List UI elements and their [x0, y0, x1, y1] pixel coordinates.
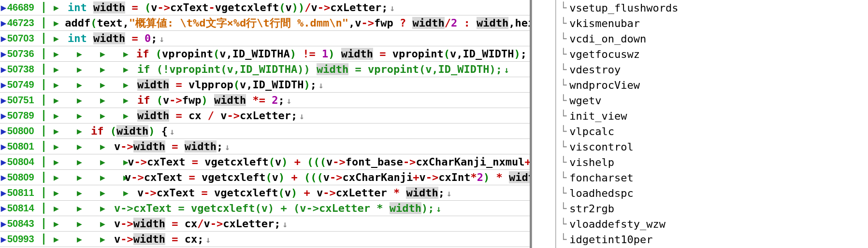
- fold-icon[interactable]: ▶: [68, 127, 91, 135]
- code-text[interactable]: int width = (v->cxText-vgetcxleft(v))/v-…: [68, 1, 395, 14]
- fold-icon[interactable]: ▶: [114, 50, 137, 58]
- fold-icon[interactable]: ▶: [44, 143, 68, 151]
- line-number-gutter[interactable]: ▶46723: [0, 17, 44, 28]
- line-number-gutter[interactable]: ▶50814: [0, 203, 44, 214]
- fold-icon[interactable]: ▶: [114, 81, 137, 89]
- expand-icon[interactable]: ▶: [1, 127, 6, 135]
- fold-icon[interactable]: ▶: [68, 96, 91, 104]
- expand-icon[interactable]: ▶: [1, 19, 6, 27]
- code-row[interactable]: ▶50809▶▶▶▶v->cxText = vgetcxleft(v) + ((…: [0, 170, 530, 185]
- code-text[interactable]: if (v->fwp) width *= 2;↓: [137, 94, 292, 106]
- fold-icon[interactable]: ▶: [44, 4, 68, 12]
- code-text[interactable]: width = vlpprop(v,ID_WIDTH);↓: [137, 79, 324, 91]
- fold-icon[interactable]: ▶: [91, 174, 114, 181]
- expand-icon[interactable]: ▶: [1, 174, 6, 181]
- code-row[interactable]: ▶50800▶▶if (width) {↓: [0, 124, 530, 139]
- line-number-gutter[interactable]: ▶50751: [0, 95, 44, 106]
- line-number-gutter[interactable]: ▶50804: [0, 156, 44, 167]
- fold-icon[interactable]: ▶: [68, 66, 91, 73]
- code-row[interactable]: ▶50749▶▶▶▶width = vlpprop(v,ID_WIDTH);↓: [0, 77, 530, 93]
- code-text[interactable]: if (width) {↓: [91, 125, 175, 137]
- fold-icon[interactable]: ▶: [68, 112, 91, 120]
- expand-icon[interactable]: ▶: [1, 220, 6, 228]
- code-row[interactable]: ▶50811▶▶▶▶v->cxText = vgetcxleft(v) + v-…: [0, 185, 530, 201]
- symbol-item[interactable]: └vloaddefsty_wzw: [556, 216, 868, 232]
- code-row[interactable]: ▶50751▶▶▶▶if (v->fwp) width *= 2;↓: [0, 93, 530, 108]
- expand-icon[interactable]: ▶: [1, 143, 6, 151]
- panel-divider[interactable]: [532, 0, 556, 248]
- symbol-item[interactable]: └viscontrol: [556, 139, 868, 154]
- expand-icon[interactable]: ▶: [1, 205, 6, 212]
- fold-icon[interactable]: ▶: [68, 158, 91, 166]
- symbol-item[interactable]: └loadhedspc: [556, 185, 868, 201]
- expand-icon[interactable]: ▶: [1, 66, 6, 73]
- expand-icon[interactable]: ▶: [1, 112, 6, 120]
- fold-icon[interactable]: ▶: [91, 81, 114, 89]
- line-number-gutter[interactable]: ▶50703: [0, 33, 44, 44]
- code-text[interactable]: addf(text,"概算値: \t%d文字×%d行\t行間 %.dmm\n",…: [65, 16, 530, 30]
- fold-icon[interactable]: ▶: [68, 50, 91, 58]
- expand-icon[interactable]: ▶: [1, 96, 6, 104]
- line-number-gutter[interactable]: ▶50843: [0, 218, 44, 229]
- code-row[interactable]: ▶50703▶int width = 0;↓: [0, 31, 530, 46]
- code-text[interactable]: if (!vpropint(v,ID_WIDTHA)) width = vpro…: [137, 63, 509, 75]
- fold-icon[interactable]: ▶: [114, 96, 137, 104]
- line-number-gutter[interactable]: ▶50801: [0, 141, 44, 152]
- code-text[interactable]: v->width = cx/v->cxLetter;↓: [114, 218, 288, 230]
- fold-icon[interactable]: ▶: [114, 66, 137, 73]
- expand-icon[interactable]: ▶: [1, 235, 6, 243]
- code-row[interactable]: ▶46723▶addf(text,"概算値: \t%d文字×%d行\t行間 %.…: [0, 15, 530, 31]
- code-row[interactable]: ▶50814▶▶▶v->cxText = vgetcxleft(v) + (v-…: [0, 201, 530, 216]
- symbol-item[interactable]: └vcdi_on_down: [556, 31, 868, 46]
- fold-icon[interactable]: ▶: [44, 50, 68, 58]
- code-row[interactable]: ▶50789▶▶▶▶width = cx / v->cxLetter;↓: [0, 108, 530, 124]
- code-row[interactable]: ▶50843▶▶▶v->width = cx/v->cxLetter;↓: [0, 216, 530, 232]
- line-number-gutter[interactable]: ▶50800: [0, 125, 44, 137]
- fold-icon[interactable]: ▶: [44, 235, 68, 243]
- code-text[interactable]: int width = 0;↓: [68, 32, 164, 44]
- code-row[interactable]: ▶50993▶▶▶v->width = cx;↓: [0, 232, 530, 247]
- fold-icon[interactable]: ▶: [91, 189, 114, 197]
- code-text[interactable]: width = cx / v->cxLetter;↓: [137, 110, 304, 122]
- symbol-item[interactable]: └vlpcalc: [556, 124, 868, 139]
- fold-icon[interactable]: ▶: [44, 189, 68, 197]
- fold-icon[interactable]: ▶: [44, 127, 68, 135]
- fold-icon[interactable]: ▶: [114, 112, 137, 120]
- code-text[interactable]: v->cxText = vgetcxleft(v) + (((v->cxChar…: [125, 171, 530, 183]
- fold-icon[interactable]: ▶: [91, 112, 114, 120]
- fold-icon[interactable]: ▶: [68, 235, 91, 243]
- fold-icon[interactable]: ▶: [44, 96, 68, 104]
- code-row[interactable]: ▶50736▶▶▶▶if (vpropint(v,ID_WIDTHA) != 1…: [0, 46, 530, 62]
- fold-icon[interactable]: ▶: [44, 174, 68, 181]
- code-text[interactable]: v->cxText = vgetcxleft(v) + v->cxLetter …: [137, 187, 452, 199]
- code-row[interactable]: ▶50804▶▶▶▶v->cxText = vgetcxleft(v) + ((…: [0, 154, 530, 170]
- code-text[interactable]: v->width = cx;↓: [114, 233, 211, 245]
- code-text[interactable]: v->width = width;↓: [114, 140, 230, 152]
- code-text[interactable]: v->cxText = vgetcxleft(v) + (v->cxLetter…: [114, 202, 441, 214]
- fold-icon[interactable]: ▶: [44, 112, 68, 120]
- line-number-gutter[interactable]: ▶50736: [0, 48, 44, 59]
- symbol-item[interactable]: └idgetint10per: [556, 232, 868, 247]
- fold-icon[interactable]: ▶: [68, 81, 91, 89]
- expand-icon[interactable]: ▶: [1, 81, 6, 89]
- code-row[interactable]: ▶50738▶▶▶▶if (!vpropint(v,ID_WIDTHA)) wi…: [0, 62, 530, 77]
- fold-icon[interactable]: ▶: [44, 220, 68, 228]
- line-number-gutter[interactable]: ▶50789: [0, 110, 44, 121]
- line-number-gutter[interactable]: ▶50811: [0, 187, 44, 198]
- fold-icon[interactable]: ▶: [44, 66, 68, 73]
- fold-icon[interactable]: ▶: [44, 35, 68, 42]
- symbol-item[interactable]: └vkismenubar: [556, 15, 868, 31]
- line-number-gutter[interactable]: ▶50809: [0, 172, 44, 183]
- fold-icon[interactable]: ▶: [91, 158, 114, 166]
- fold-icon[interactable]: ▶: [68, 189, 91, 197]
- symbol-item[interactable]: └wndprocView: [556, 77, 868, 93]
- symbol-outline[interactable]: └vsetup_flushwords└vkismenubar└vcdi_on_d…: [556, 0, 868, 248]
- code-row[interactable]: ▶46689▶int width = (v->cxText-vgetcxleft…: [0, 0, 530, 15]
- symbol-item[interactable]: └wgetv: [556, 93, 868, 108]
- symbol-item[interactable]: └vdestroy: [556, 62, 868, 77]
- code-row[interactable]: ▶50801▶▶▶v->width = width;↓: [0, 139, 530, 154]
- expand-icon[interactable]: ▶: [1, 50, 6, 58]
- fold-icon[interactable]: ▶: [44, 205, 68, 212]
- fold-icon[interactable]: ▶: [44, 81, 68, 89]
- expand-icon[interactable]: ▶: [1, 35, 6, 42]
